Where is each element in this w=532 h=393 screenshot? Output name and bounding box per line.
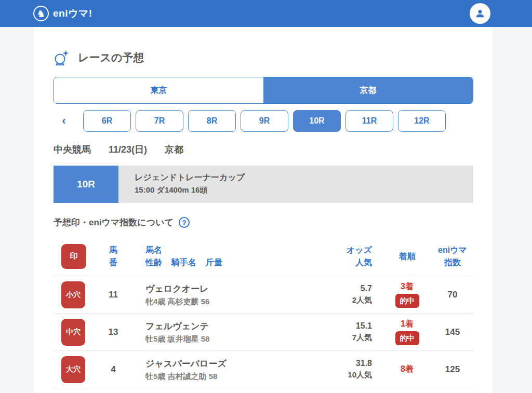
section-title: 予想印・eniウマ指数について: [54, 216, 174, 228]
odds-value: 31.8: [315, 359, 372, 368]
venue-tab-kyoto[interactable]: 京都: [263, 77, 473, 103]
header-weight: 斤量: [206, 256, 222, 269]
result-cell: 3着 的中: [382, 281, 432, 308]
odds-cell: 5.7 2人気: [315, 284, 382, 305]
race-tab-11r[interactable]: 11R: [345, 110, 393, 132]
horse-name: ヴェロクオーレ: [145, 283, 315, 295]
race-details: 15:00 ダ1400m 16頭: [135, 185, 473, 195]
race-tab-7r[interactable]: 7R: [136, 110, 183, 132]
eniuma-index: 125: [432, 364, 473, 375]
race-category: 中央競馬: [54, 143, 91, 156]
finish-position: 8着: [382, 364, 432, 375]
table-row[interactable]: 大穴 4 ジャスパーバローズ 牡5歳 吉村誠之助 58 31.8 10人気 8着…: [54, 351, 473, 388]
mark-header-badge: 印: [61, 244, 86, 269]
odds-value: 5.7: [315, 284, 372, 293]
race-tab-8r[interactable]: 8R: [188, 110, 236, 132]
race-venue: 京都: [165, 143, 183, 156]
mark-cell: 中穴: [54, 319, 92, 346]
race-name: レジェンドトレーナーカップ: [135, 172, 473, 183]
race-button-row: 6R 7R 8R 9R 10R 11R 12R: [83, 110, 446, 132]
race-date: 11/23(日): [109, 143, 147, 156]
odds-cell: 15.1 7人気: [315, 321, 382, 343]
main-card: レースの予想 東京 京都 ‹ 6R 7R 8R 9R 10R 11R 12R 中…: [34, 27, 493, 393]
header-number-l1: 馬: [92, 244, 134, 256]
hit-badge: 的中: [395, 331, 419, 345]
horse-detail: 牡5歳 吉村誠之助 58: [145, 372, 315, 382]
odds-value: 15.1: [315, 321, 372, 331]
venue-tab-label: 京都: [360, 85, 377, 96]
page-title: レースの予想: [78, 50, 144, 65]
horse-number: 11: [92, 290, 134, 300]
section-title-row: 予想印・eniウマ指数について ?: [54, 216, 473, 228]
popularity: 7人気: [315, 333, 372, 343]
horse-logo-icon: ♞: [33, 6, 49, 21]
horse-detail: 牡5歳 坂井瑠星 58: [145, 334, 315, 344]
popularity: 10人気: [315, 370, 372, 380]
header-index-l1: eniウマ: [432, 244, 473, 256]
header-mark-cell: 印: [54, 244, 92, 269]
hit-badge: 的中: [395, 294, 419, 308]
eniuma-index: 70: [432, 290, 473, 300]
header-odds-l2: 人気: [315, 256, 372, 269]
mark-cell: 小穴: [54, 281, 92, 308]
header-number: 馬 番: [92, 244, 134, 269]
header-index: eniウマ 指数: [432, 244, 473, 269]
horse-number: 13: [92, 327, 134, 337]
race-tab-10r[interactable]: 10R: [293, 110, 341, 132]
eniuma-index: 145: [432, 327, 473, 337]
popularity: 2人気: [315, 295, 372, 305]
header-index-l2: 指数: [432, 256, 473, 269]
app-header: ♞ eniウマ!: [0, 0, 532, 27]
venue-tab-label: 東京: [151, 85, 167, 96]
help-icon[interactable]: ?: [179, 217, 190, 228]
horse-number: 4: [92, 364, 134, 375]
table-row[interactable]: 小穴 11 ヴェロクオーレ 牝4歳 高杉吏麒 56 5.7 2人気 3着 的中 …: [54, 276, 473, 314]
horse-name-cell: ジャスパーバローズ 牡5歳 吉村誠之助 58: [134, 358, 315, 382]
user-avatar-button[interactable]: [470, 3, 490, 24]
result-cell: 1着 的中: [382, 319, 432, 345]
race-tab-bar: ‹ 6R 7R 8R 9R 10R 11R 12R: [54, 110, 473, 132]
crystal-ball-icon: [54, 49, 70, 66]
horse-name: ジャスパーバローズ: [145, 358, 315, 370]
mark-badge: 中穴: [61, 319, 85, 346]
race-tab-12r[interactable]: 12R: [398, 110, 446, 132]
header-sexage: 性齢: [145, 256, 162, 269]
result-cell: 8着: [382, 364, 432, 375]
table-row[interactable]: 中穴 13 フェルヴェンテ 牡5歳 坂井瑠星 58 15.1 7人気 1着 的中…: [54, 314, 473, 351]
mark-cell: 大穴: [54, 356, 92, 383]
horse-glyph: ♞: [36, 9, 45, 19]
header-odds: オッズ 人気: [315, 244, 382, 269]
header-name: 馬名 性齢 騎手名 斤量: [134, 244, 315, 269]
finish-position: 3着: [382, 281, 432, 292]
venue-tab-tokyo[interactable]: 東京: [54, 77, 263, 103]
header-name-l2: 性齢 騎手名 斤量: [145, 256, 315, 269]
mark-badge: 小穴: [61, 281, 85, 308]
chevron-left-icon[interactable]: ‹: [54, 115, 74, 127]
race-meta: 中央競馬 11/23(日) 京都: [54, 143, 473, 156]
app-logo[interactable]: ♞ eniウマ!: [33, 6, 92, 21]
odds-cell: 31.8 10人気: [315, 359, 382, 380]
race-number-block: 10R: [54, 166, 118, 203]
logo-text: eniウマ!: [53, 7, 92, 20]
table-header-row: 印 馬 番 馬名 性齢 騎手名 斤量 オッズ 人気 着順 eniウマ: [54, 237, 473, 276]
race-banner-body: レジェンドトレーナーカップ 15:00 ダ1400m 16頭: [118, 166, 473, 203]
header-odds-l1: オッズ: [315, 244, 372, 256]
venue-tab-bar: 東京 京都: [54, 77, 473, 104]
prediction-table: 印 馬 番 馬名 性齢 騎手名 斤量 オッズ 人気 着順 eniウマ: [54, 237, 473, 388]
finish-position: 1着: [382, 319, 432, 330]
race-tab-6r[interactable]: 6R: [83, 110, 131, 132]
header-number-l2: 番: [92, 256, 134, 269]
page-title-row: レースの予想: [54, 49, 473, 66]
header-name-l1: 馬名: [145, 244, 315, 256]
race-tab-9r[interactable]: 9R: [241, 110, 288, 132]
race-banner[interactable]: 10R レジェンドトレーナーカップ 15:00 ダ1400m 16頭: [54, 166, 473, 203]
horse-name-cell: フェルヴェンテ 牡5歳 坂井瑠星 58: [134, 320, 315, 344]
horse-name: フェルヴェンテ: [145, 320, 315, 332]
horse-detail: 牝4歳 高杉吏麒 56: [145, 297, 315, 307]
person-icon: [474, 7, 486, 20]
horse-name-cell: ヴェロクオーレ 牝4歳 高杉吏麒 56: [134, 283, 315, 307]
header-result: 着順: [382, 250, 432, 263]
mark-badge: 大穴: [61, 356, 85, 383]
header-jockey: 騎手名: [171, 256, 196, 269]
